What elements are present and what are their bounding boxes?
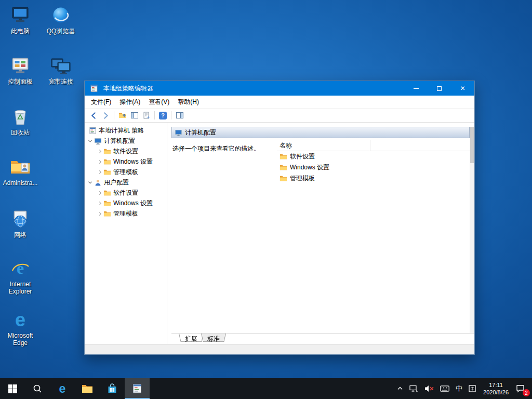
keyboard-icon	[440, 385, 449, 392]
tab-extended[interactable]: 扩展	[179, 334, 204, 344]
taskbar-edge-button[interactable]: e	[50, 378, 75, 399]
console-icon	[132, 383, 142, 394]
desktop-icon-this-pc[interactable]: 此电脑	[1, 5, 40, 35]
search-icon	[33, 384, 42, 393]
desktop-icon-microsoft-edge[interactable]: e Microsoft Edge	[1, 310, 40, 347]
chevron-expanded-icon[interactable]	[87, 179, 93, 185]
svg-text:e: e	[15, 310, 25, 330]
search-button[interactable]	[25, 378, 50, 399]
list-item-windows-settings[interactable]: Windows 设置	[277, 162, 470, 173]
help-button[interactable]	[157, 110, 169, 121]
desktop-icon-label: 控制面板	[1, 78, 40, 85]
action-pane-icon	[176, 111, 184, 119]
toolbar	[85, 109, 474, 123]
tree-item-windows-settings[interactable]: Windows 设置	[85, 156, 167, 167]
tree-item-label: 计算机配置	[103, 137, 135, 145]
tree-item-label: 软件设置	[113, 147, 138, 156]
toolbar-separator	[171, 111, 171, 119]
chevron-collapsed-icon[interactable]	[96, 148, 102, 154]
scrollbar-thumb[interactable]	[470, 127, 474, 163]
window-title: 本地组策略编辑器	[103, 84, 153, 93]
chevron-collapsed-icon[interactable]	[96, 190, 102, 196]
vertical-scrollbar[interactable]	[470, 127, 474, 333]
tree-item-software-settings-user[interactable]: 软件设置	[85, 188, 167, 198]
desktop-icon-label: Internet Explorer	[1, 281, 40, 295]
tree-item-administrative-templates[interactable]: 管理模板	[85, 167, 167, 177]
desktop-icon-recycle-bin[interactable]: 回收站	[1, 107, 40, 136]
touch-keyboard-button[interactable]	[437, 378, 453, 399]
taskbar-gpedit-button[interactable]	[125, 378, 150, 399]
desktop-icon-qq-browser[interactable]: QQ浏览器	[41, 5, 81, 35]
ime-mode-button[interactable]	[466, 378, 479, 399]
up-one-level-button[interactable]	[116, 110, 128, 121]
tree-item-local-computer-policy[interactable]: 本地计算机 策略	[85, 125, 167, 136]
menu-action[interactable]: 操作(A)	[115, 96, 144, 108]
tree-item-software-settings[interactable]: 软件设置	[85, 146, 167, 156]
tree-item-windows-settings-user[interactable]: Windows 设置	[85, 198, 167, 208]
tree-item-label: 管理模板	[113, 209, 138, 218]
menu-view[interactable]: 查看(V)	[144, 96, 174, 108]
minimize-button[interactable]	[404, 81, 428, 96]
taskbar-store-button[interactable]	[100, 378, 125, 399]
export-list-button[interactable]	[140, 110, 152, 121]
taskbar-file-explorer-button[interactable]	[75, 378, 100, 399]
console-icon	[90, 84, 98, 92]
list-item-software-settings[interactable]: 软件设置	[277, 151, 470, 162]
tree-item-computer-configuration[interactable]: 计算机配置	[85, 136, 167, 146]
close-button[interactable]	[451, 81, 474, 96]
chevron-up-icon	[397, 385, 403, 392]
taskbar-clock[interactable]: 17:11 2020/8/26	[479, 378, 513, 399]
minimize-icon	[414, 88, 419, 89]
column-header-name[interactable]: 名称	[277, 140, 370, 151]
toolbar-separator	[114, 111, 114, 119]
maximize-button[interactable]	[428, 81, 451, 96]
desktop-icon-label: 此电脑	[1, 28, 40, 35]
desktop-icon-administrator[interactable]: Administra...	[1, 157, 40, 187]
desktop-icon-network[interactable]: 网络	[1, 209, 40, 238]
tree-item-label: 软件设置	[113, 189, 138, 197]
show-console-tree-button[interactable]	[128, 110, 140, 121]
start-button[interactable]	[0, 378, 25, 399]
tree-item-label: Windows 设置	[113, 157, 153, 166]
ime-indicator[interactable]: 中	[453, 378, 466, 399]
chevron-collapsed-icon[interactable]	[96, 158, 102, 165]
desktop-icon-control-panel[interactable]: 控制面板	[1, 56, 40, 85]
computer-icon	[94, 137, 102, 145]
tab-standard[interactable]: 标准	[201, 334, 226, 344]
list-header-row: 名称	[277, 140, 470, 151]
list-item-administrative-templates[interactable]: 管理模板	[277, 173, 470, 184]
forward-button[interactable]	[100, 110, 112, 121]
chevron-collapsed-icon[interactable]	[96, 200, 102, 206]
tree-item-label: 本地计算机 策略	[98, 126, 144, 135]
chevron-collapsed-icon[interactable]	[96, 210, 102, 217]
result-banner-title: 计算机配置	[185, 128, 216, 137]
menu-help[interactable]: 帮助(H)	[174, 96, 203, 108]
folder-icon	[103, 189, 111, 197]
forward-icon	[102, 112, 110, 119]
ime-mode-icon	[469, 385, 476, 392]
notification-center-button[interactable]: 2	[513, 378, 531, 399]
volume-tray-button[interactable]	[421, 378, 437, 399]
folder-icon	[103, 210, 111, 218]
folder-icon	[103, 158, 111, 166]
network-icon	[409, 385, 418, 393]
hidden-icons-button[interactable]	[394, 378, 406, 399]
network-tray-button[interactable]	[406, 378, 421, 399]
back-button[interactable]	[88, 110, 100, 121]
help-icon	[159, 112, 167, 119]
chevron-expanded-icon[interactable]	[87, 138, 93, 144]
window-titlebar[interactable]: 本地组策略编辑器	[85, 81, 474, 96]
tree-item-user-configuration[interactable]: 用户配置	[85, 177, 167, 188]
show-action-pane-button[interactable]	[174, 110, 185, 121]
desktop-icon-label: Administra...	[1, 179, 40, 187]
menu-file[interactable]: 文件(F)	[87, 96, 115, 108]
folder-icon	[103, 148, 111, 155]
list-item-label: Windows 设置	[290, 163, 329, 172]
chevron-collapsed-icon[interactable]	[96, 169, 102, 175]
tree-item-administrative-templates-user[interactable]: 管理模板	[85, 208, 167, 219]
console-tree-icon	[130, 111, 139, 119]
desktop-icon-broadband[interactable]: 宽带连接	[41, 56, 81, 85]
desktop: 此电脑 QQ浏览器 控制面板 宽带连接 回收站 Administra...	[0, 0, 532, 378]
desktop-icon-internet-explorer[interactable]: e Internet Explorer	[1, 258, 40, 295]
taskbar: e 中 17:11 2020/8/26 2	[0, 378, 532, 399]
